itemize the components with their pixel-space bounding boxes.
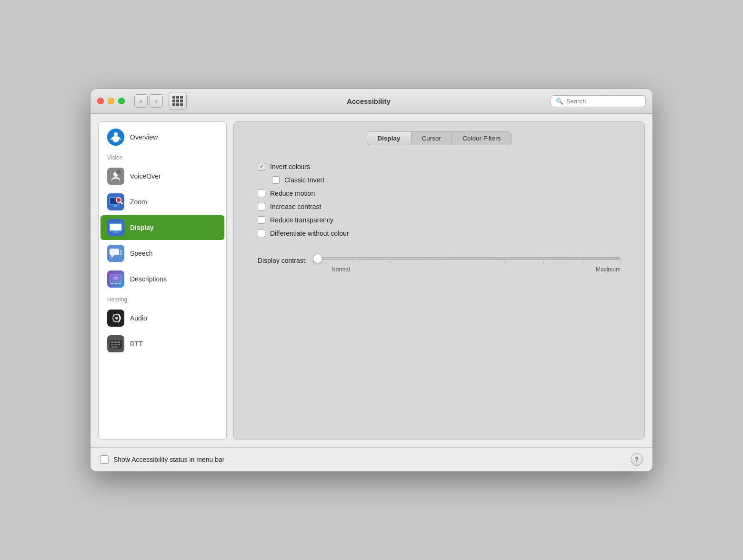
tab-cursor[interactable]: Cursor (412, 132, 452, 145)
increase-contrast-row: Increase contrast (258, 201, 621, 212)
slider-thumb[interactable] (313, 254, 322, 263)
differentiate-colour-checkbox[interactable] (258, 230, 265, 237)
reduce-transparency-checkbox[interactable] (258, 216, 265, 224)
svg-rect-25 (120, 250, 122, 251)
reduce-motion-checkbox[interactable] (258, 190, 265, 197)
back-button[interactable]: ‹ (134, 94, 148, 108)
classic-invert-row: Classic Invert (272, 175, 621, 185)
sidebar-item-rtt[interactable]: RTT (100, 331, 224, 356)
svg-rect-23 (110, 249, 119, 255)
slider-max-label: Maximum (596, 266, 621, 273)
show-status-row: Show Accessibility status in menu bar (100, 455, 224, 464)
sidebar-display-label: Display (130, 224, 154, 231)
svg-rect-41 (114, 341, 117, 343)
svg-rect-26 (120, 252, 122, 253)
sidebar-voiceover-label: VoiceOver (130, 172, 161, 180)
sidebar-item-descriptions[interactable]: Descriptions (100, 267, 224, 291)
help-button[interactable]: ? (631, 453, 643, 466)
sidebar-item-overview[interactable]: Overview (100, 125, 224, 150)
slider-ticks (313, 261, 621, 263)
svg-rect-42 (118, 341, 120, 343)
classic-invert-checkbox[interactable] (272, 176, 280, 184)
increase-contrast-checkbox[interactable] (258, 203, 265, 210)
sidebar-item-audio[interactable]: Audio (100, 306, 224, 330)
maximize-button[interactable] (118, 98, 125, 104)
nav-buttons: ‹ › (134, 94, 163, 108)
options-area: ✓ Invert colours Classic Invert Reduce m… (243, 157, 635, 243)
voiceover-icon: ♪ (107, 168, 124, 185)
titlebar: ‹ › Accessibility 🔍 (90, 89, 653, 114)
svg-rect-21 (112, 232, 119, 233)
svg-point-1 (114, 132, 118, 136)
differentiate-colour-row: Differentiate without colour (258, 228, 621, 239)
svg-text:♪: ♪ (118, 171, 120, 175)
rtt-icon (107, 335, 124, 352)
audio-icon (107, 310, 124, 327)
reduce-transparency-row: Reduce transparency (258, 215, 621, 225)
svg-point-37 (115, 317, 118, 320)
main-content: Overview Vision ♪ VoiceOver (90, 114, 653, 447)
svg-rect-13 (113, 206, 119, 207)
sidebar-speech-label: Speech (130, 250, 152, 257)
slider-min-label: Normal (331, 266, 350, 273)
grid-icon (172, 96, 183, 106)
slider-container[interactable] (313, 257, 621, 263)
sidebar-descriptions-label: Descriptions (130, 275, 167, 283)
sidebar-item-display[interactable]: Display (100, 215, 224, 240)
svg-rect-6 (113, 177, 118, 178)
invert-colours-row: ✓ Invert colours (258, 161, 621, 172)
sidebar-rtt-label: RTT (130, 340, 143, 348)
classic-invert-label: Classic Invert (284, 176, 324, 184)
svg-rect-27 (120, 254, 122, 255)
tab-colour-filters[interactable]: Colour Filters (452, 132, 511, 145)
sidebar-item-voiceover[interactable]: ♪ VoiceOver (100, 164, 224, 189)
slider-labels: Normal Maximum (258, 266, 621, 273)
tab-display[interactable]: Display (367, 132, 412, 145)
sidebar: Overview Vision ♪ VoiceOver (98, 121, 227, 440)
speech-icon (107, 245, 124, 262)
slider-row: Display contrast: (258, 257, 621, 264)
show-status-checkbox[interactable] (100, 455, 109, 464)
search-input[interactable] (566, 98, 641, 105)
window-title: Accessibility (192, 97, 545, 105)
sidebar-overview-label: Overview (130, 133, 158, 141)
slider-label: Display contrast: (258, 257, 307, 264)
svg-rect-45 (118, 344, 120, 345)
section-vision-header: Vision (99, 150, 226, 163)
sidebar-item-zoom[interactable]: Zoom (100, 190, 224, 214)
svg-point-31 (113, 276, 119, 280)
sidebar-item-speech[interactable]: Speech (100, 241, 224, 266)
tabs: Display Cursor Colour Filters (243, 131, 635, 145)
svg-rect-40 (111, 341, 113, 343)
tab-group: Display Cursor Colour Filters (367, 131, 512, 145)
forward-button[interactable]: › (150, 94, 163, 108)
minimize-button[interactable] (108, 98, 114, 104)
close-button[interactable] (97, 98, 104, 104)
traffic-lights (97, 98, 125, 104)
display-icon (107, 219, 124, 236)
reduce-motion-row: Reduce motion (258, 188, 621, 199)
svg-rect-32 (110, 283, 113, 284)
search-icon: 🔍 (556, 98, 563, 105)
search-box[interactable]: 🔍 (551, 95, 646, 107)
bottom-bar: Show Accessibility status in menu bar ? (90, 447, 653, 471)
svg-rect-46 (111, 346, 118, 348)
slider-section: Display contrast: (243, 257, 635, 273)
differentiate-colour-label: Differentiate without colour (270, 230, 349, 237)
svg-rect-43 (111, 344, 113, 345)
reduce-motion-label: Reduce motion (270, 190, 315, 197)
grid-button[interactable] (169, 92, 187, 110)
svg-rect-19 (110, 224, 121, 230)
zoom-icon (107, 193, 124, 210)
svg-rect-33 (114, 283, 117, 284)
invert-colours-label: Invert colours (270, 163, 310, 170)
sidebar-audio-label: Audio (130, 314, 147, 322)
invert-colours-checkbox[interactable]: ✓ (258, 163, 265, 170)
slider-track[interactable] (313, 257, 621, 260)
sidebar-zoom-label: Zoom (130, 198, 147, 206)
main-window: ‹ › Accessibility 🔍 (90, 89, 653, 471)
svg-rect-34 (118, 283, 121, 284)
reduce-transparency-label: Reduce transparency (270, 216, 333, 224)
descriptions-icon (107, 270, 124, 288)
show-status-label: Show Accessibility status in menu bar (113, 456, 224, 463)
